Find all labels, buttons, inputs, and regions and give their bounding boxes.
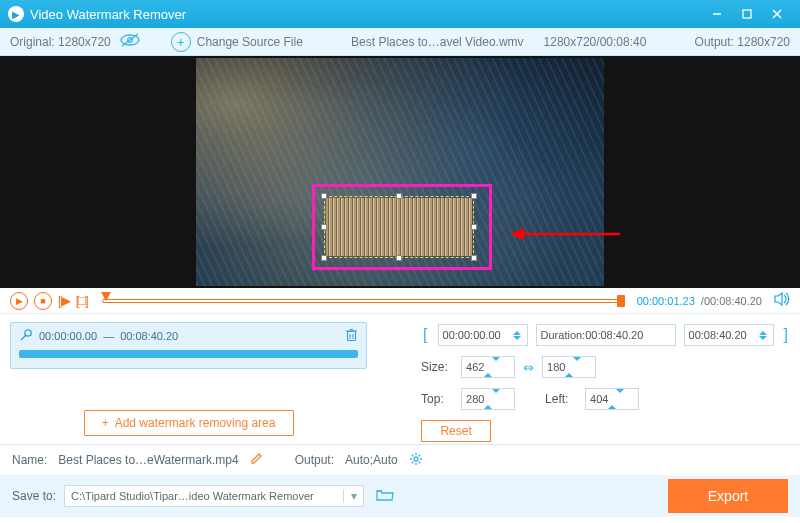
stepper-down[interactable] xyxy=(573,357,581,373)
top-label: Top: xyxy=(421,392,453,406)
open-folder-button[interactable] xyxy=(376,488,394,505)
player-controls: ▶ ■ [▶ [□] 00:00:01.23/00:08:40.20 xyxy=(0,288,800,314)
stepper-up[interactable] xyxy=(759,331,767,335)
svg-marker-9 xyxy=(775,293,782,305)
reset-button[interactable]: Reset xyxy=(421,420,491,442)
volume-icon[interactable] xyxy=(774,292,790,309)
delete-segment-button[interactable] xyxy=(345,328,358,344)
path-dropdown-button[interactable]: ▾ xyxy=(343,489,363,503)
selection-box[interactable] xyxy=(324,196,474,258)
minimize-button[interactable] xyxy=(702,4,732,24)
left-label: Left: xyxy=(545,392,577,406)
seek-end-handle[interactable] xyxy=(617,295,625,307)
size-label: Size: xyxy=(421,360,453,374)
segment-pin-icon[interactable] xyxy=(19,328,33,344)
settings-panel: 00:00:00.00 — 00:08:40.20 + Add watermar… xyxy=(0,314,800,444)
resize-handle[interactable] xyxy=(471,224,477,230)
total-time: 00:08:40.20 xyxy=(704,295,762,307)
stepper-up[interactable] xyxy=(513,331,521,335)
preview-toggle-icon[interactable] xyxy=(119,33,141,50)
seek-handle[interactable] xyxy=(101,292,111,301)
stepper-down[interactable] xyxy=(513,336,521,340)
mark-out-button[interactable]: [□] xyxy=(76,293,88,308)
segment-dash: — xyxy=(103,330,114,342)
current-time: 00:00:01.23 xyxy=(637,295,695,307)
resize-handle[interactable] xyxy=(321,224,327,230)
svg-rect-1 xyxy=(743,10,751,18)
save-row: Save to: C:\Tipard Studio\Tipar…ideo Wat… xyxy=(0,475,800,517)
plus-icon: + xyxy=(102,416,109,430)
source-filename: Best Places to…avel Video.wmv xyxy=(351,35,524,49)
resize-handle[interactable] xyxy=(396,255,402,261)
saveto-path: C:\Tipard Studio\Tipar…ideo Watermark Re… xyxy=(65,490,343,502)
width-input[interactable]: 462 xyxy=(461,356,515,378)
range-start-bracket-icon[interactable]: [ xyxy=(421,326,429,344)
height-input[interactable]: 180 xyxy=(542,356,596,378)
seek-bar[interactable] xyxy=(102,294,623,308)
maximize-button[interactable] xyxy=(732,4,762,24)
segment-list-panel: 00:00:00.00 — 00:08:40.20 + Add watermar… xyxy=(0,314,377,444)
range-end-bracket-icon[interactable]: ] xyxy=(782,326,790,344)
region-settings: [ 00:00:00.00 Duration:00:08:40.20 00:08… xyxy=(377,314,800,444)
name-label: Name: xyxy=(12,453,47,467)
source-meta: 1280x720/00:08:40 xyxy=(544,35,647,49)
rename-button[interactable] xyxy=(250,452,263,468)
output-profile-value: Auto;Auto xyxy=(342,451,401,469)
plus-icon: + xyxy=(171,32,191,52)
name-output-row: Name: Best Places to…eWatermark.mp4 Outp… xyxy=(0,445,800,475)
svg-rect-12 xyxy=(348,332,356,341)
segment-item[interactable]: 00:00:00.00 — 00:08:40.20 xyxy=(10,322,367,369)
stepper-down[interactable] xyxy=(616,389,624,405)
svg-marker-8 xyxy=(510,228,524,240)
add-area-label: Add watermark removing area xyxy=(115,416,276,430)
svg-point-17 xyxy=(414,457,418,461)
app-title: Video Watermark Remover xyxy=(30,7,186,22)
range-start-input[interactable]: 00:00:00.00 xyxy=(438,324,528,346)
export-button[interactable]: Export xyxy=(668,479,788,513)
annotation-arrow-icon xyxy=(510,224,620,244)
output-filename: Best Places to…eWatermark.mp4 xyxy=(55,451,241,469)
close-button[interactable] xyxy=(762,4,792,24)
mark-in-button[interactable]: [▶ xyxy=(58,293,70,308)
output-label: Output: xyxy=(695,35,734,49)
app-logo-icon: ▶ xyxy=(8,6,24,22)
resize-handle[interactable] xyxy=(321,193,327,199)
original-label: Original: xyxy=(10,35,55,49)
resize-handle[interactable] xyxy=(471,193,477,199)
title-bar: ▶ Video Watermark Remover xyxy=(0,0,800,28)
top-input[interactable]: 280 xyxy=(461,388,515,410)
output-profile-label: Output: xyxy=(295,453,334,467)
play-button[interactable]: ▶ xyxy=(10,292,28,310)
duration-display: Duration:00:08:40.20 xyxy=(536,324,676,346)
change-source-button[interactable]: + Change Source File xyxy=(171,32,303,52)
resize-handle[interactable] xyxy=(471,255,477,261)
add-area-button[interactable]: + Add watermark removing area xyxy=(84,410,294,436)
svg-line-11 xyxy=(21,335,26,340)
resize-handle[interactable] xyxy=(321,255,327,261)
video-preview-area xyxy=(0,56,800,288)
stop-button[interactable]: ■ xyxy=(34,292,52,310)
stepper-down[interactable] xyxy=(759,336,767,340)
resize-handle[interactable] xyxy=(396,193,402,199)
stepper-down[interactable] xyxy=(492,389,500,405)
saveto-label: Save to: xyxy=(12,489,56,503)
aspect-link-icon[interactable]: ⇔ xyxy=(523,360,534,375)
stepper-down[interactable] xyxy=(492,357,500,373)
range-end-input[interactable]: 00:08:40.20 xyxy=(684,324,774,346)
segment-range-bar[interactable] xyxy=(19,350,358,358)
output-dimensions: 1280x720 xyxy=(737,35,790,49)
change-source-label: Change Source File xyxy=(197,35,303,49)
original-dimensions: 1280x720 xyxy=(58,35,111,49)
saveto-path-input[interactable]: C:\Tipard Studio\Tipar…ideo Watermark Re… xyxy=(64,485,364,507)
left-input[interactable]: 404 xyxy=(585,388,639,410)
source-header: Original: 1280x720 + Change Source File … xyxy=(0,28,800,56)
segment-end: 00:08:40.20 xyxy=(120,330,178,342)
segment-start: 00:00:00.00 xyxy=(39,330,97,342)
output-settings-button[interactable] xyxy=(409,452,423,469)
